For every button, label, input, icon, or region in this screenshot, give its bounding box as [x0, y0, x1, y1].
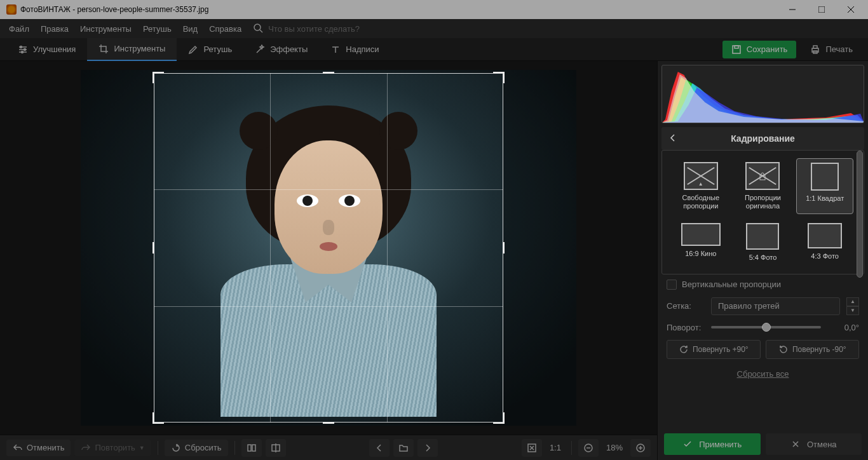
zoom-out-button[interactable]: [578, 439, 599, 457]
bottom-toolbar: Отменить Повторить ▼ Сбросить 1:1: [0, 435, 657, 460]
vertical-proportions-row[interactable]: Вертикальные пропорции: [667, 280, 859, 290]
sliders-icon: [18, 44, 28, 55]
titlebar: ФотоВИНТАЖ - person-love-people-summer-3…: [0, 0, 868, 19]
cancel-button[interactable]: Отмена: [766, 433, 862, 455]
rotate-ccw-icon: [778, 344, 789, 355]
preset-16-9[interactable]: 16:9 Кино: [672, 219, 729, 266]
crop-handle-tl[interactable]: [153, 72, 164, 83]
reset-all-link[interactable]: Сбросить все: [667, 369, 859, 379]
presets-scrollbar[interactable]: [857, 151, 863, 278]
nav-next-button[interactable]: [417, 439, 438, 457]
menu-edit[interactable]: Правка: [36, 22, 74, 36]
menu-help[interactable]: Справка: [204, 22, 247, 36]
chevron-left-icon: [374, 443, 384, 453]
panel-title-bar: Кадрирование: [661, 127, 864, 150]
redo-icon: [81, 443, 91, 453]
tab-enhance[interactable]: Улучшения: [6, 38, 87, 61]
split-button[interactable]: [266, 439, 286, 457]
canvas-viewport[interactable]: [0, 61, 657, 435]
svg-rect-1: [818, 6, 825, 13]
apply-button[interactable]: Применить: [664, 433, 761, 455]
rotate-cw-icon: [679, 344, 689, 355]
histogram: [661, 65, 864, 123]
browse-button[interactable]: [393, 439, 414, 457]
panel-title: Кадрирование: [731, 133, 795, 144]
rotation-slider[interactable]: [711, 326, 821, 328]
crop-handle-t[interactable]: [323, 72, 334, 74]
chevron-right-icon: [423, 443, 433, 453]
svg-point-10: [24, 48, 26, 50]
save-icon: [731, 44, 742, 55]
svg-rect-17: [248, 445, 251, 451]
wand-icon: [255, 44, 265, 55]
zoom-in-button[interactable]: [630, 439, 651, 457]
reset-icon: [171, 443, 181, 453]
print-button[interactable]: Печать: [801, 41, 862, 58]
preset-5-4[interactable]: 5:4 Фото: [735, 219, 792, 266]
zoom-ratio-label: 1:1: [546, 443, 565, 452]
menu-view[interactable]: Вид: [178, 22, 203, 36]
menu-retouch[interactable]: Ретушь: [138, 22, 177, 36]
crop-handle-l[interactable]: [153, 242, 154, 254]
svg-rect-18: [252, 445, 255, 451]
vertical-checkbox[interactable]: [667, 280, 677, 290]
undo-button[interactable]: Отменить: [6, 440, 71, 456]
grid-label: Сетка:: [667, 301, 705, 311]
nav-prev-button[interactable]: [369, 439, 390, 457]
crop-handle-r[interactable]: [503, 242, 505, 254]
print-icon: [810, 44, 820, 55]
svg-point-9: [20, 46, 22, 48]
tab-text[interactable]: Надписи: [319, 38, 390, 61]
main-toolbar: Улучшения Инструменты Ретушь Эффекты Над…: [0, 38, 868, 61]
svg-line-5: [260, 30, 262, 32]
crop-handle-tr[interactable]: [493, 72, 505, 83]
check-icon: [682, 439, 693, 449]
close-button[interactable]: [836, 0, 865, 19]
rotation-label: Поворот:: [667, 323, 705, 332]
menu-file[interactable]: Файл: [4, 22, 34, 36]
brush-icon: [188, 44, 198, 55]
menubar: Файл Правка Инструменты Ретушь Вид Справ…: [0, 19, 868, 38]
rotate-ccw-button[interactable]: Повернуть -90°: [766, 340, 860, 359]
side-panel: Кадрирование ▲Свободные пропорции Пропор…: [657, 61, 868, 460]
crop-handle-br[interactable]: [493, 412, 505, 424]
minus-icon: [583, 443, 593, 453]
rotate-cw-button[interactable]: Повернуть +90°: [667, 340, 761, 359]
grid-select[interactable]: Правило третей: [711, 297, 840, 315]
redo-button[interactable]: Повторить ▼: [74, 440, 151, 456]
fit-button[interactable]: [522, 439, 542, 457]
preset-original[interactable]: Пропорции оригинала: [735, 158, 792, 214]
undo-icon: [13, 443, 23, 453]
preset-free[interactable]: ▲Свободные пропорции: [672, 158, 729, 214]
tab-effects[interactable]: Эффекты: [243, 38, 319, 61]
preset-4-3[interactable]: 4:3 Фото: [796, 219, 853, 266]
reset-button[interactable]: Сбросить: [165, 440, 228, 456]
svg-point-11: [22, 51, 24, 53]
fit-icon: [527, 443, 537, 453]
tab-tools[interactable]: Инструменты: [87, 38, 177, 61]
tab-retouch[interactable]: Ретушь: [177, 38, 243, 61]
menu-tools[interactable]: Инструменты: [75, 22, 137, 36]
chevron-left-icon: [668, 133, 678, 143]
compare-icon: [247, 443, 257, 453]
crop-overlay[interactable]: [154, 73, 503, 423]
preset-square[interactable]: 1:1 Квадрат: [796, 158, 853, 214]
canvas-area: Отменить Повторить ▼ Сбросить 1:1: [0, 61, 657, 460]
minimize-button[interactable]: [778, 0, 807, 19]
save-button[interactable]: Сохранить: [722, 41, 797, 58]
x-icon: [790, 439, 801, 449]
crop-handle-bl[interactable]: [153, 412, 164, 424]
search-icon: [253, 23, 263, 35]
window-title: ФотоВИНТАЖ - person-love-people-summer-3…: [20, 5, 778, 14]
back-button[interactable]: [668, 133, 678, 145]
maximize-button[interactable]: [807, 0, 836, 19]
folder-icon: [398, 443, 409, 453]
crop-presets: ▲Свободные пропорции Пропорции оригинала…: [662, 151, 864, 269]
search-input[interactable]: [268, 24, 395, 34]
crop-icon: [98, 44, 109, 54]
split-icon: [271, 443, 281, 453]
grid-spinner[interactable]: ▲▼: [846, 297, 859, 315]
crop-handle-b[interactable]: [323, 422, 334, 424]
lock-icon: [758, 172, 767, 180]
compare-button[interactable]: [241, 439, 262, 457]
